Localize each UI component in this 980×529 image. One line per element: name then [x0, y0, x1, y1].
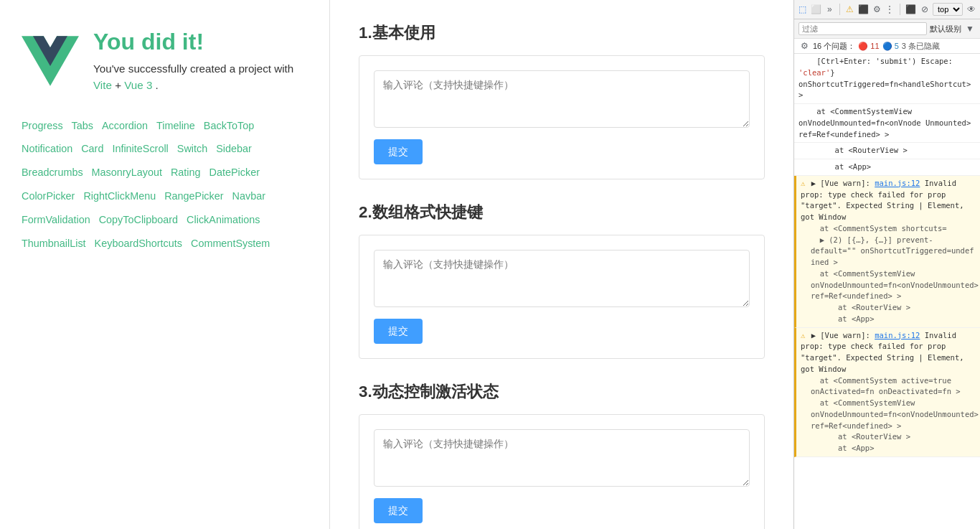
nav-link-copytoclipboard[interactable]: CopyToClipboard [99, 210, 178, 230]
nav-link-commentsystem[interactable]: CommentSystem [191, 233, 270, 254]
hidden-count: 3 条已隐藏 [902, 41, 940, 52]
devtools-level-chevron[interactable]: ▼ [964, 23, 976, 34]
log-entry: at <CommentSystemView onVnodeUnmounted=f… [794, 104, 980, 143]
nav-link-thumbnaillist[interactable]: ThumbnailList [22, 233, 86, 254]
nav-link-infinitescroll[interactable]: InfiniteScroll [112, 139, 168, 159]
nav-link-tabs[interactable]: Tabs [72, 116, 93, 136]
nav-link-accordion[interactable]: Accordion [102, 116, 148, 136]
nav-links: ProgressTabsAccordionTimelineBackToTopNo… [22, 116, 308, 254]
toolbar-separator2 [900, 4, 900, 15]
nav-link-formvalidation[interactable]: FormValidation [22, 210, 90, 230]
hero-description: You've successfully created a project wi… [93, 61, 308, 94]
devtools-filter-input[interactable] [798, 22, 927, 35]
nav-link-sidebar[interactable]: Sidebar [216, 139, 252, 159]
nav-link-clickanimations[interactable]: ClickAnimations [187, 210, 260, 230]
warn-count: 🔵 5 [882, 42, 899, 51]
section3-title: 3.动态控制激活状态 [359, 380, 765, 403]
error-count: 🔴 11 [858, 42, 879, 51]
log-text: at <CommentSystemView onVnodeUnmounted=f… [798, 107, 971, 139]
section1-textarea[interactable] [374, 70, 750, 128]
devtools-panel: ⬚ ⬜ » ⚠ ⬛ ⚙ ⋮ ⬛ ⊘ top 👁 默认级别 ▼ ⚙ 16 个问题：… [793, 0, 980, 529]
devtools-menu-icon[interactable]: ⋮ [885, 4, 894, 15]
section1-title: 1.基本使用 [359, 22, 765, 44]
warn-icon2: ⚠ [801, 331, 805, 340]
section3: 3.动态控制激活状态 提交 [359, 380, 765, 529]
devtools-block-icon[interactable]: ⊘ [920, 4, 928, 15]
log-entry-warn: ⚠ ▶ [Vue warn]: main.js:12 Invalid prop:… [794, 176, 980, 328]
sidebar: You did it! You've successfully created … [0, 0, 330, 529]
nav-link-datepicker[interactable]: DatePicker [209, 162, 260, 183]
warn-icon: ⚠ [801, 179, 805, 187]
issue-count: 16 个问题： [813, 41, 855, 52]
section3-submit-button[interactable]: 提交 [374, 498, 423, 523]
log-entry: [Ctrl+Enter: 'submit') Escape: 'clear'} … [794, 54, 980, 104]
devtools-error-icon[interactable]: ⬛ [858, 4, 869, 15]
log-text: ▶ [Vue warn]: main.js:12 Invalid prop: t… [801, 331, 964, 373]
devtools-level-label: 默认级别 [930, 24, 961, 34]
log-text: ▶ [Vue warn]: main.js:12 Invalid prop: t… [801, 179, 964, 221]
main-content: 1.基本使用 提交 2.数组格式快捷键 提交 3.动态控制激活状态 提交 [330, 0, 793, 529]
nav-link-rating[interactable]: Rating [171, 162, 201, 183]
nav-link-breadcrumbs[interactable]: Breadcrumbs [22, 162, 83, 183]
devtools-eye-icon[interactable]: 👁 [967, 4, 976, 15]
log-link[interactable]: main.js:12 [875, 179, 920, 187]
nav-link-rangepicker[interactable]: RangePicker [164, 186, 223, 207]
nav-link-rightclickmenu[interactable]: RightClickMenu [83, 186, 156, 207]
log-text: at <App> [798, 162, 871, 171]
devtools-console-icon[interactable]: ⬜ [811, 4, 821, 15]
log-entry-warn2: ⚠ ▶ [Vue warn]: main.js:12 Invalid prop:… [794, 328, 980, 457]
section2-submit-button[interactable]: 提交 [374, 319, 423, 344]
devtools-more-icon[interactable]: » [826, 4, 834, 15]
section2-textarea[interactable] [374, 250, 750, 307]
vue3-link[interactable]: Vue 3 [124, 79, 152, 91]
vite-link[interactable]: Vite [93, 79, 112, 91]
devtools-settings-icon[interactable]: ⚙ [873, 4, 881, 15]
devtools-log: [Ctrl+Enter: 'submit') Escape: 'clear'} … [794, 54, 980, 529]
nav-link-colorpicker[interactable]: ColorPicker [22, 186, 75, 207]
nav-link-timeline[interactable]: Timeline [156, 116, 195, 136]
log-entry: at <App> [794, 159, 980, 176]
log-text: [Ctrl+Enter: 'submit') Escape: 'clear'} … [798, 57, 971, 99]
nav-link-navbar[interactable]: Navbar [232, 186, 265, 207]
section2-comment-box: 提交 [359, 235, 765, 359]
section1-submit-button[interactable]: 提交 [374, 139, 423, 164]
devtools-sidebar-left-icon[interactable]: ⬛ [905, 4, 916, 15]
nav-link-notification[interactable]: Notification [22, 139, 72, 159]
devtools-filter-row: 默认级别 ▼ [794, 19, 980, 39]
log-text: at <RouterView > [798, 146, 908, 154]
nav-link-card[interactable]: Card [81, 139, 103, 159]
devtools-warning-icon[interactable]: ⚠ [846, 4, 854, 15]
devtools-top-select[interactable]: top [933, 3, 963, 16]
section3-comment-box: 提交 [359, 414, 765, 529]
hero-title: You did it! [93, 29, 308, 55]
nav-link-switch[interactable]: Switch [177, 139, 207, 159]
log-link2[interactable]: main.js:12 [875, 331, 920, 340]
section2-title: 2.数组格式快捷键 [359, 201, 765, 223]
hero-text: You did it! You've successfully created … [93, 29, 308, 94]
section3-textarea[interactable] [374, 429, 750, 487]
section1-comment-box: 提交 [359, 55, 765, 179]
devtools-status-bar: ⚙ 16 个问题： 🔴 11 🔵 5 3 条已隐藏 [794, 39, 980, 54]
log-entry: at <RouterView > [794, 143, 980, 159]
toolbar-separator1 [839, 4, 840, 15]
section1: 1.基本使用 提交 [359, 22, 765, 179]
nav-link-keyboardshortcuts[interactable]: KeyboardShortcuts [95, 233, 182, 254]
nav-link-progress[interactable]: Progress [22, 116, 63, 136]
nav-link-masonrylayout[interactable]: MasonryLayout [92, 162, 162, 183]
logo-area: You did it! You've successfully created … [22, 29, 308, 94]
nav-link-backtotop[interactable]: BackToTop [204, 116, 254, 136]
devtools-gear-icon[interactable]: ⚙ [798, 40, 810, 52]
devtools-toolbar: ⬚ ⬜ » ⚠ ⬛ ⚙ ⋮ ⬛ ⊘ top 👁 [794, 0, 980, 19]
devtools-inspector-icon[interactable]: ⬚ [798, 4, 806, 15]
vue-logo [22, 32, 79, 90]
section2: 2.数组格式快捷键 提交 [359, 201, 765, 359]
